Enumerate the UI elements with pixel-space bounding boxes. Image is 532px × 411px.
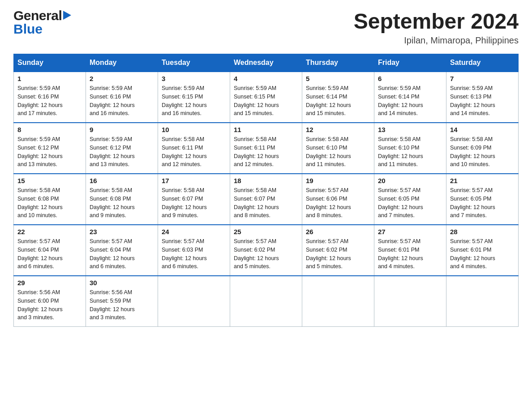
day-info: Sunrise: 5:59 AMSunset: 6:15 PMDaylight:… <box>162 84 226 118</box>
day-info: Sunrise: 5:58 AMSunset: 6:11 PMDaylight:… <box>162 135 226 169</box>
calendar-cell: 5Sunrise: 5:59 AMSunset: 6:14 PMDaylight… <box>302 72 374 123</box>
day-number: 26 <box>306 228 370 235</box>
calendar-cell: 1Sunrise: 5:59 AMSunset: 6:16 PMDaylight… <box>14 72 86 123</box>
logo: General Blue <box>13 9 71 36</box>
calendar-cell: 8Sunrise: 5:59 AMSunset: 6:12 PMDaylight… <box>14 123 86 174</box>
day-number: 23 <box>90 228 154 235</box>
calendar-cell: 11Sunrise: 5:58 AMSunset: 6:11 PMDayligh… <box>230 123 302 174</box>
calendar-cell: 3Sunrise: 5:59 AMSunset: 6:15 PMDaylight… <box>158 72 230 123</box>
day-number: 25 <box>234 228 298 235</box>
calendar-cell: 29Sunrise: 5:56 AMSunset: 6:00 PMDayligh… <box>14 276 86 327</box>
day-number: 1 <box>17 75 82 82</box>
day-number: 18 <box>234 177 298 184</box>
day-info: Sunrise: 5:57 AMSunset: 6:01 PMDaylight:… <box>450 237 515 271</box>
day-number: 12 <box>306 126 370 133</box>
calendar-cell: 16Sunrise: 5:58 AMSunset: 6:08 PMDayligh… <box>86 174 158 225</box>
day-info: Sunrise: 5:59 AMSunset: 6:12 PMDaylight:… <box>17 135 82 169</box>
calendar-cell: 13Sunrise: 5:58 AMSunset: 6:10 PMDayligh… <box>374 123 446 174</box>
weekday-header-friday: Friday <box>374 54 446 72</box>
day-number: 15 <box>17 177 82 184</box>
calendar-cell <box>302 276 374 327</box>
day-number: 29 <box>17 279 82 287</box>
calendar-cell: 30Sunrise: 5:56 AMSunset: 5:59 PMDayligh… <box>86 276 158 327</box>
day-number: 16 <box>90 177 154 184</box>
day-number: 19 <box>306 177 370 184</box>
calendar-cell <box>230 276 302 327</box>
weekday-header-tuesday: Tuesday <box>158 54 230 72</box>
svg-marker-0 <box>63 11 71 20</box>
day-info: Sunrise: 5:57 AMSunset: 6:01 PMDaylight:… <box>378 237 442 271</box>
calendar-cell <box>374 276 446 327</box>
week-row-4: 22Sunrise: 5:57 AMSunset: 6:04 PMDayligh… <box>14 225 519 276</box>
week-row-1: 1Sunrise: 5:59 AMSunset: 6:16 PMDaylight… <box>14 72 519 123</box>
day-number: 9 <box>90 126 154 133</box>
day-number: 27 <box>378 228 442 235</box>
day-info: Sunrise: 5:57 AMSunset: 6:05 PMDaylight:… <box>378 186 442 220</box>
calendar-cell: 4Sunrise: 5:59 AMSunset: 6:15 PMDaylight… <box>230 72 302 123</box>
day-info: Sunrise: 5:57 AMSunset: 6:02 PMDaylight:… <box>306 237 370 271</box>
calendar-cell: 19Sunrise: 5:57 AMSunset: 6:06 PMDayligh… <box>302 174 374 225</box>
calendar-cell: 24Sunrise: 5:57 AMSunset: 6:03 PMDayligh… <box>158 225 230 276</box>
day-number: 13 <box>378 126 442 133</box>
day-number: 8 <box>17 126 82 133</box>
day-info: Sunrise: 5:59 AMSunset: 6:14 PMDaylight:… <box>306 84 370 118</box>
day-info: Sunrise: 5:57 AMSunset: 6:04 PMDaylight:… <box>17 237 82 271</box>
day-info: Sunrise: 5:59 AMSunset: 6:14 PMDaylight:… <box>378 84 442 118</box>
day-number: 21 <box>450 177 515 184</box>
day-number: 24 <box>162 228 226 235</box>
calendar-cell: 18Sunrise: 5:58 AMSunset: 6:07 PMDayligh… <box>230 174 302 225</box>
weekday-header-sunday: Sunday <box>14 54 86 72</box>
day-info: Sunrise: 5:58 AMSunset: 6:08 PMDaylight:… <box>90 186 154 220</box>
calendar-cell: 10Sunrise: 5:58 AMSunset: 6:11 PMDayligh… <box>158 123 230 174</box>
day-info: Sunrise: 5:57 AMSunset: 6:03 PMDaylight:… <box>162 237 226 271</box>
day-number: 14 <box>450 126 515 133</box>
day-info: Sunrise: 5:58 AMSunset: 6:09 PMDaylight:… <box>450 135 515 169</box>
day-info: Sunrise: 5:58 AMSunset: 6:10 PMDaylight:… <box>306 135 370 169</box>
location-subtitle: Ipilan, Mimaropa, Philippines <box>354 35 519 46</box>
weekday-header-thursday: Thursday <box>302 54 374 72</box>
weekday-header-row: SundayMondayTuesdayWednesdayThursdayFrid… <box>14 54 519 72</box>
week-row-2: 8Sunrise: 5:59 AMSunset: 6:12 PMDaylight… <box>14 123 519 174</box>
day-number: 20 <box>378 177 442 184</box>
calendar-cell: 14Sunrise: 5:58 AMSunset: 6:09 PMDayligh… <box>446 123 519 174</box>
day-number: 11 <box>234 126 298 133</box>
calendar-cell: 15Sunrise: 5:58 AMSunset: 6:08 PMDayligh… <box>14 174 86 225</box>
calendar-cell <box>446 276 519 327</box>
logo-arrow-icon <box>63 11 71 21</box>
day-number: 4 <box>234 75 298 82</box>
calendar-cell: 25Sunrise: 5:57 AMSunset: 6:02 PMDayligh… <box>230 225 302 276</box>
week-row-5: 29Sunrise: 5:56 AMSunset: 6:00 PMDayligh… <box>14 276 519 327</box>
calendar-cell: 23Sunrise: 5:57 AMSunset: 6:04 PMDayligh… <box>86 225 158 276</box>
calendar-cell: 9Sunrise: 5:59 AMSunset: 6:12 PMDaylight… <box>86 123 158 174</box>
day-number: 6 <box>378 75 442 82</box>
day-info: Sunrise: 5:56 AMSunset: 5:59 PMDaylight:… <box>90 288 154 322</box>
calendar-cell: 21Sunrise: 5:57 AMSunset: 6:05 PMDayligh… <box>446 174 519 225</box>
day-info: Sunrise: 5:59 AMSunset: 6:12 PMDaylight:… <box>90 135 154 169</box>
day-number: 7 <box>450 75 515 82</box>
day-number: 5 <box>306 75 370 82</box>
page-header: General Blue September 2024 Ipilan, Mima… <box>13 9 519 46</box>
day-number: 30 <box>90 279 154 287</box>
day-number: 2 <box>90 75 154 82</box>
day-info: Sunrise: 5:58 AMSunset: 6:10 PMDaylight:… <box>378 135 442 169</box>
day-number: 22 <box>17 228 82 235</box>
logo-general-text: General <box>13 9 62 22</box>
day-info: Sunrise: 5:58 AMSunset: 6:11 PMDaylight:… <box>234 135 298 169</box>
day-info: Sunrise: 5:59 AMSunset: 6:16 PMDaylight:… <box>90 84 154 118</box>
day-info: Sunrise: 5:57 AMSunset: 6:02 PMDaylight:… <box>234 237 298 271</box>
calendar-cell: 6Sunrise: 5:59 AMSunset: 6:14 PMDaylight… <box>374 72 446 123</box>
day-info: Sunrise: 5:56 AMSunset: 6:00 PMDaylight:… <box>17 288 82 322</box>
title-section: September 2024 Ipilan, Mimaropa, Philipp… <box>354 9 519 46</box>
day-number: 28 <box>450 228 515 235</box>
day-number: 17 <box>162 177 226 184</box>
calendar-cell: 22Sunrise: 5:57 AMSunset: 6:04 PMDayligh… <box>14 225 86 276</box>
calendar-cell <box>158 276 230 327</box>
month-year-title: September 2024 <box>354 9 519 34</box>
day-info: Sunrise: 5:58 AMSunset: 6:08 PMDaylight:… <box>17 186 82 220</box>
day-info: Sunrise: 5:58 AMSunset: 6:07 PMDaylight:… <box>234 186 298 220</box>
day-info: Sunrise: 5:59 AMSunset: 6:13 PMDaylight:… <box>450 84 515 118</box>
week-row-3: 15Sunrise: 5:58 AMSunset: 6:08 PMDayligh… <box>14 174 519 225</box>
calendar-cell: 7Sunrise: 5:59 AMSunset: 6:13 PMDaylight… <box>446 72 519 123</box>
calendar-cell: 27Sunrise: 5:57 AMSunset: 6:01 PMDayligh… <box>374 225 446 276</box>
calendar-cell: 28Sunrise: 5:57 AMSunset: 6:01 PMDayligh… <box>446 225 519 276</box>
